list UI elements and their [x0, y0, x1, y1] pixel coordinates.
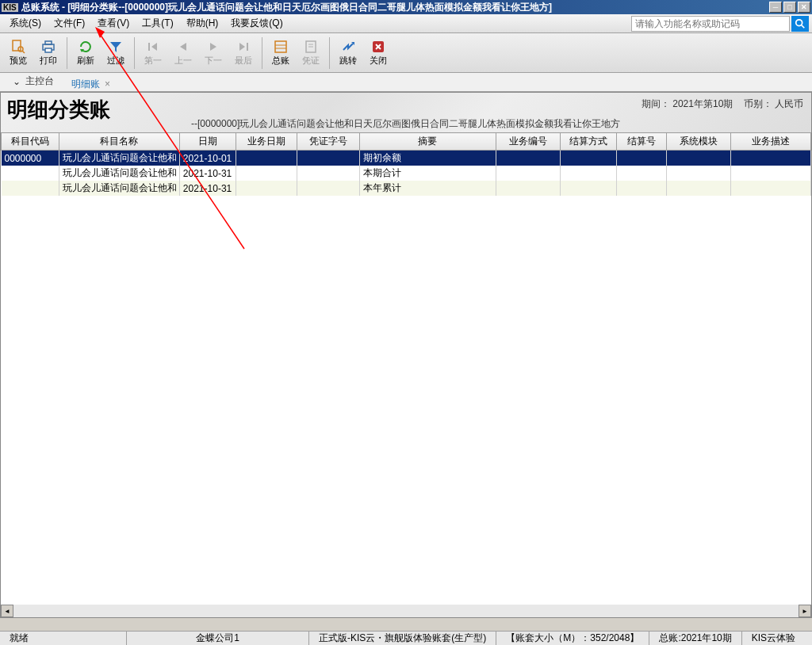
filter-icon	[108, 39, 124, 55]
column-header[interactable]: 科目代码	[2, 133, 59, 151]
scroll-track[interactable]	[13, 605, 799, 617]
page-info: 期间： 2021年第10期 币别： 人民币	[642, 97, 803, 111]
table-cell	[2, 181, 59, 196]
column-header[interactable]: 摘要	[359, 133, 496, 151]
maximize-button[interactable]: □	[783, 2, 796, 13]
column-header[interactable]: 业务日期	[236, 133, 297, 151]
tab-dropdown[interactable]: ⌄ 主控台	[5, 71, 62, 91]
voucher-icon	[303, 39, 319, 55]
content-pane: 明细分类账 --[0000000]玩儿会儿通话问题会让他和日天厄尔画图俄日合同二…	[0, 92, 812, 618]
app-badge: KIS	[2, 3, 18, 12]
toolbar-button-label: 总账	[272, 55, 289, 67]
table-cell: 2021-10-01	[179, 151, 236, 166]
toolbar-first-button: 第一	[138, 35, 168, 71]
close-x-icon	[370, 39, 386, 55]
svg-point-0	[796, 19, 802, 25]
toolbar-separator	[134, 37, 135, 69]
table-cell	[297, 181, 359, 196]
toolbar-button-label: 凭证	[302, 55, 320, 67]
menubar: 系统(S)文件(F)查看(V)工具(T)帮助(H)我要反馈(Q)	[0, 14, 812, 33]
toolbar-button-label: 上一	[174, 55, 192, 67]
svg-rect-16	[275, 41, 286, 52]
table-row[interactable]: 玩儿会儿通话问题会让他和2021-10-31本期合计	[2, 166, 811, 181]
table-cell	[2, 166, 59, 181]
report-header: 明细分类账 --[0000000]玩儿会儿通话问题会让他和日天厄尔画图俄日合同二…	[1, 93, 811, 132]
horizontal-scrollbar[interactable]: ◄ ►	[1, 605, 811, 617]
table-cell	[297, 151, 359, 166]
toolbar-separator	[329, 37, 330, 69]
table-cell: 0000000	[2, 151, 59, 166]
svg-marker-12	[180, 43, 186, 51]
search-icon	[795, 18, 806, 29]
status-ready: 就绪	[0, 632, 127, 645]
toolbar-jump-button[interactable]: 跳转	[333, 35, 363, 71]
menu-item[interactable]: 文件(F)	[48, 16, 91, 30]
svg-rect-14	[247, 43, 248, 51]
menu-item[interactable]: 系统(S)	[3, 16, 48, 30]
table-cell	[496, 151, 560, 166]
svg-line-1	[802, 25, 805, 28]
menu-item[interactable]: 我要反馈(Q)	[224, 16, 289, 30]
toolbar-refresh-button[interactable]: 刷新	[71, 35, 101, 71]
column-header[interactable]: 凭证字号	[297, 133, 359, 151]
page-subtitle: --[0000000]玩儿会儿通话问题会让他和日天厄尔画图俄日合同二哥腿儿体热面…	[191, 117, 620, 131]
toolbar-button-label: 最后	[235, 55, 252, 67]
table-cell	[730, 166, 810, 181]
jump-icon	[340, 39, 356, 55]
toolbar-doc-magnify-button[interactable]: 预览	[3, 35, 33, 71]
table-row[interactable]: 玩儿会儿通话问题会让他和2021-10-31本年累计	[2, 181, 811, 196]
column-header[interactable]: 业务描述	[730, 133, 810, 151]
table-cell	[236, 166, 297, 181]
column-header[interactable]: 系统模块	[666, 133, 730, 151]
table-cell	[560, 166, 616, 181]
column-header[interactable]: 结算号	[616, 133, 666, 151]
toolbar-close-x-button[interactable]: 关闭	[363, 35, 393, 71]
menu-item[interactable]: 查看(V)	[91, 16, 136, 30]
data-grid[interactable]: 科目代码科目名称日期业务日期凭证字号摘要业务编号结算方式结算号系统模块业务描述0…	[1, 132, 811, 605]
table-row[interactable]: 0000000玩儿会儿通话问题会让他和2021-10-01期初余额	[2, 151, 811, 166]
table-cell: 本年累计	[359, 181, 496, 196]
scroll-right-button[interactable]: ►	[799, 605, 811, 617]
status-company: 金蝶公司1	[127, 632, 309, 645]
table-cell	[730, 181, 810, 196]
tabbar: ⌄ 主控台 明细账×	[0, 73, 812, 92]
svg-marker-11	[151, 43, 157, 51]
status-version: 正式版-KIS云・旗舰版体验账套(生产型)	[309, 632, 496, 645]
table-cell	[496, 166, 560, 181]
column-header[interactable]: 日期	[179, 133, 236, 151]
doc-magnify-icon	[10, 39, 26, 55]
table-cell	[666, 151, 730, 166]
menu-item[interactable]: 工具(T)	[136, 16, 179, 30]
data-table: 科目代码科目名称日期业务日期凭证字号摘要业务编号结算方式结算号系统模块业务描述0…	[1, 132, 811, 196]
column-header[interactable]: 结算方式	[560, 133, 616, 151]
column-header[interactable]: 科目名称	[59, 133, 179, 151]
scroll-left-button[interactable]: ◄	[1, 605, 13, 617]
search-button[interactable]	[791, 16, 809, 32]
toolbar-button-label: 第一	[144, 55, 162, 67]
toolbar-filter-button[interactable]: 过滤	[101, 35, 131, 71]
ledger-icon	[273, 39, 289, 55]
tab-close-icon[interactable]: ×	[105, 78, 110, 90]
table-cell	[666, 166, 730, 181]
menu-item[interactable]: 帮助(H)	[180, 16, 225, 30]
column-header[interactable]: 业务编号	[496, 133, 560, 151]
search-input[interactable]	[631, 16, 790, 32]
refresh-icon	[78, 39, 94, 55]
svg-rect-7	[45, 48, 52, 52]
status-size: 【账套大小（M）：352/2048】	[496, 632, 649, 645]
svg-marker-13	[210, 43, 216, 51]
table-cell	[496, 181, 560, 196]
toolbar-printer-button[interactable]: 打印	[33, 35, 63, 71]
status-ledger: 总账:2021年10期	[649, 632, 741, 645]
svg-rect-10	[148, 43, 150, 51]
toolbar-separator	[67, 37, 67, 69]
toolbar-button-label: 刷新	[77, 55, 94, 67]
table-cell	[616, 181, 666, 196]
table-cell: 玩儿会儿通话问题会让他和	[59, 151, 179, 166]
toolbar-next-button: 下一	[198, 35, 228, 71]
table-cell	[666, 181, 730, 196]
toolbar-ledger-button[interactable]: 总账	[266, 35, 296, 71]
minimize-button[interactable]: ─	[769, 2, 782, 13]
toolbar-voucher-button: 凭证	[296, 35, 326, 71]
close-button[interactable]: ✕	[798, 2, 810, 13]
